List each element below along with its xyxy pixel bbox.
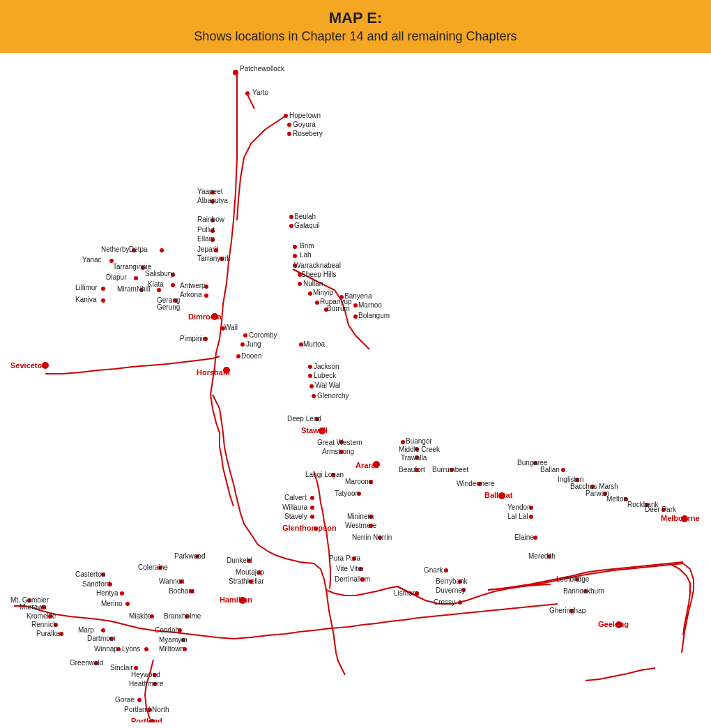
svg-text:Beulah: Beulah [294,213,316,220]
svg-text:Banyena: Banyena [344,292,372,300]
svg-point-36 [157,288,161,292]
svg-text:Murrawa: Murrawa [20,603,47,611]
svg-text:Burrumbeet: Burrumbeet [432,466,468,473]
svg-text:Netherby: Netherby [101,245,130,253]
svg-point-48 [308,365,312,369]
svg-text:Westmere: Westmere [345,522,377,529]
svg-text:Portland: Portland [131,717,162,722]
svg-text:Wail: Wail [224,324,238,331]
svg-text:Myamym: Myamym [159,636,188,644]
svg-text:Lal Lal: Lal Lal [507,513,528,520]
svg-point-13 [289,224,293,228]
svg-point-65 [310,506,314,510]
svg-text:Dunkeld: Dunkeld [227,556,252,564]
svg-point-110 [125,602,130,606]
svg-point-49 [308,374,312,378]
svg-text:Kiata: Kiata [148,280,164,288]
svg-text:Milltown: Milltown [159,645,184,653]
map-container: Patchewollock Yarto Hopetown Goyura Rose… [0,53,711,722]
svg-text:Willaura: Willaura [282,503,308,511]
svg-text:Goyura: Goyura [293,121,316,128]
svg-text:Trawalla: Trawalla [401,454,427,462]
svg-point-121 [101,628,105,632]
svg-text:Melton: Melton [606,495,627,503]
svg-point-124 [144,647,148,651]
svg-text:Windermere: Windermere [457,480,495,487]
header-title: MAP E: [14,8,697,29]
svg-text:Patchewollock: Patchewollock [240,65,285,73]
svg-text:Nhill: Nhill [137,285,150,293]
svg-text:Gerung: Gerung [157,303,180,311]
svg-point-66 [310,515,314,519]
svg-point-29 [134,276,138,280]
svg-text:Burrum: Burrum [327,305,350,312]
svg-text:Gheringhap: Gheringhap [549,607,586,614]
svg-text:Bolangum: Bolangum [358,312,390,319]
svg-text:Dimroola: Dimroola [188,312,222,321]
svg-text:Lismore: Lismore [394,589,419,597]
svg-text:Warracknabeal: Warracknabeal [294,261,341,269]
svg-text:Murtoa: Murtoa [303,340,326,348]
svg-text:Kaniva: Kaniva [75,296,97,303]
svg-text:Pullut: Pullut [197,226,215,234]
svg-text:Yendon: Yendon [507,503,531,511]
svg-text:Sheep Hills: Sheep Hills [301,271,337,278]
svg-text:Vite Vite: Vite Vite [336,565,362,572]
svg-point-58 [401,440,405,444]
svg-text:Detpa: Detpa [129,245,148,253]
svg-text:Jeparit: Jeparit [197,245,218,253]
svg-text:Maroona: Maroona [345,478,373,485]
svg-text:Nerrin Nerrin: Nerrin Nerrin [352,533,392,541]
svg-point-38 [101,298,105,303]
svg-point-51 [312,394,316,398]
svg-text:Antwerp: Antwerp [180,282,206,289]
svg-point-20 [315,301,319,305]
svg-text:Hopetown: Hopetown [289,112,321,119]
svg-text:Lethbridge: Lethbridge [556,575,590,583]
svg-text:Meredith: Meredith [528,552,556,560]
svg-text:Ballarat: Ballarat [484,491,513,499]
svg-point-2 [284,114,288,118]
svg-text:Branxholme: Branxholme [164,612,201,620]
svg-text:Sandford: Sandford [82,580,111,588]
svg-text:Sinclair: Sinclair [110,664,133,672]
svg-text:Glenthompson: Glenthompson [282,524,337,532]
svg-text:Galaquil: Galaquil [294,222,320,229]
svg-text:Elaine: Elaine [514,533,534,541]
svg-text:Arkona: Arkona [180,291,202,298]
svg-text:Casterton: Casterton [75,570,105,578]
svg-text:Yanac: Yanac [82,256,102,264]
svg-point-80 [529,515,533,519]
svg-text:Hamilton: Hamilton [220,596,252,604]
svg-text:Heathmere: Heathmere [129,680,164,688]
svg-text:Yarto: Yarto [252,89,269,96]
svg-text:Lillimur: Lillimur [75,284,98,291]
svg-text:Rennick: Rennick [31,621,57,628]
svg-text:Tatyoon: Tatyoon [335,490,359,497]
svg-point-31 [171,283,175,287]
svg-text:Puralka: Puralka [36,630,60,637]
svg-text:Parkwood: Parkwood [174,552,205,560]
svg-text:Middle Creek: Middle Creek [399,446,441,453]
svg-text:Calvert: Calvert [284,494,307,501]
svg-text:Miram: Miram [117,285,137,293]
svg-text:Cressy: Cressy [434,598,455,606]
svg-text:Bochara: Bochara [169,587,195,595]
svg-text:Minyip: Minyip [313,289,333,296]
svg-text:Tarranyurk: Tarranyurk [197,255,231,262]
svg-text:Derrinallum: Derrinallum [335,575,370,583]
svg-text:Jackson: Jackson [314,363,339,370]
svg-text:Beaufort: Beaufort [399,466,425,473]
svg-point-42 [243,333,247,338]
header: MAP E: Shows locations in Chapter 14 and… [0,0,711,53]
svg-text:Ararat: Ararat [356,461,379,469]
svg-text:Merino: Merino [101,600,123,607]
svg-text:Miakite: Miakite [129,612,151,620]
svg-text:Coleraine: Coleraine [138,563,168,571]
svg-text:Heywood: Heywood [131,671,160,678]
svg-text:Greenwald: Greenwald [70,659,103,667]
svg-point-75 [561,468,565,472]
svg-text:Berrybank: Berrybank [436,577,468,585]
svg-point-129 [137,698,142,702]
header-subtitle: Shows locations in Chapter 14 and all re… [14,29,697,45]
